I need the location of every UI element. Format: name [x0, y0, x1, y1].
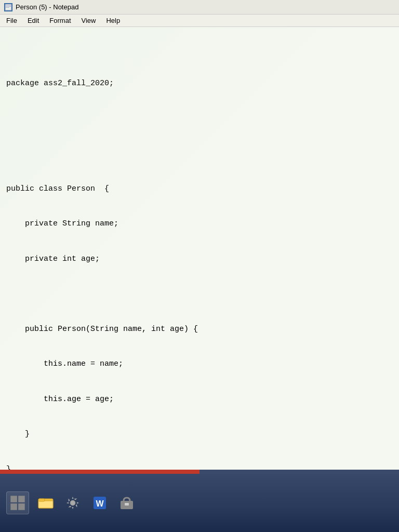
notepad-icon: [4, 3, 12, 11]
code-line-12: }: [6, 464, 393, 470]
svg-rect-15: [125, 503, 129, 506]
taskbar-accent-strip: [0, 470, 399, 474]
code-line-9: this.name = name;: [6, 358, 393, 370]
code-line-7: [6, 288, 393, 300]
svg-rect-1: [6, 5, 11, 6]
svg-rect-10: [38, 499, 45, 501]
code-line-11: }: [6, 429, 393, 441]
editor-content: package ass2_fall_2020; public class Per…: [6, 55, 393, 470]
code-line-4: public class Person {: [6, 183, 393, 195]
svg-rect-5: [18, 496, 25, 502]
svg-rect-7: [18, 503, 25, 510]
code-line-8: public Person(String name, int age) {: [6, 324, 393, 336]
svg-rect-4: [10, 496, 17, 502]
menu-view[interactable]: View: [77, 16, 100, 25]
menu-bar: File Edit Format View Help: [0, 15, 399, 27]
screen-area: Person (5) - Notepad File Edit Format Vi…: [0, 0, 399, 470]
title-bar: Person (5) - Notepad: [0, 0, 399, 15]
svg-text:W: W: [96, 499, 104, 508]
menu-help[interactable]: Help: [102, 16, 124, 25]
svg-rect-2: [6, 6, 11, 7]
code-line-5: private String name;: [6, 218, 393, 230]
menu-edit[interactable]: Edit: [23, 16, 43, 25]
svg-rect-9: [38, 501, 53, 508]
code-line-2: [6, 113, 393, 125]
word-button[interactable]: W: [89, 493, 110, 513]
taskbar: W: [0, 470, 399, 532]
svg-rect-3: [6, 7, 9, 8]
settings-button[interactable]: [62, 493, 83, 513]
store-button[interactable]: [116, 493, 137, 513]
svg-rect-6: [10, 503, 17, 510]
taskbar-main: W: [0, 474, 399, 532]
code-line-3: [6, 148, 393, 160]
start-button[interactable]: [6, 491, 29, 514]
editor-area[interactable]: package ass2_fall_2020; public class Per…: [0, 27, 399, 470]
window-title: Person (5) - Notepad: [16, 3, 78, 11]
code-line-10: this.age = age;: [6, 394, 393, 406]
code-line-6: private int age;: [6, 254, 393, 265]
menu-format[interactable]: Format: [45, 16, 75, 25]
file-explorer-button[interactable]: [35, 493, 56, 513]
notepad-window: Person (5) - Notepad File Edit Format Vi…: [0, 0, 399, 470]
menu-file[interactable]: File: [2, 16, 21, 25]
svg-point-11: [70, 500, 75, 506]
code-line-1: package ass2_fall_2020;: [6, 78, 393, 90]
